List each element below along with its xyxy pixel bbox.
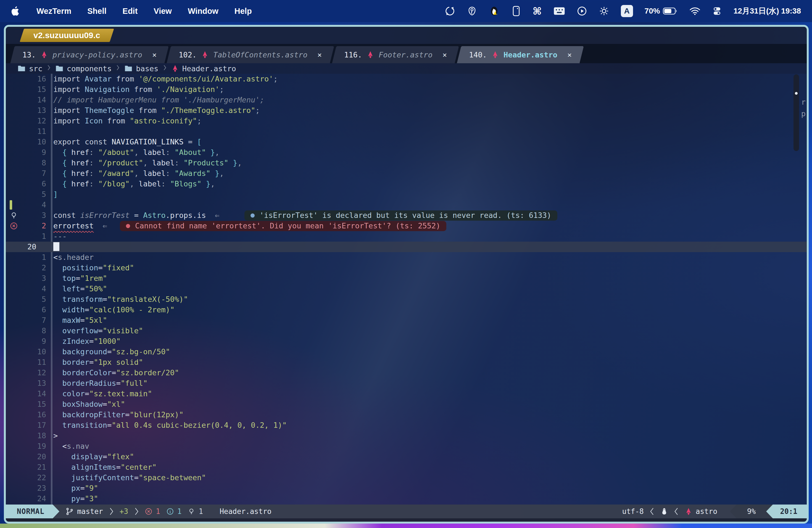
diagnostic-error-message: Cannot find name 'errortest'. Did you me…: [120, 221, 446, 231]
editor-buffer[interactable]: 16import Avatar from '@/components/ui/Av…: [6, 74, 807, 504]
macos-menubar: WezTermShellEditViewWindowHelp ⌘ A 70%: [0, 0, 812, 22]
control-center-icon[interactable]: [712, 6, 722, 16]
tab-close-icon[interactable]: ×: [567, 50, 572, 59]
apple-logo-icon[interactable]: [11, 5, 20, 17]
code-line: 6 width="calc(100% - 2rem)": [6, 305, 807, 315]
lightbulb-icon: [188, 508, 195, 515]
line-number: 12: [23, 116, 46, 126]
code-line: 13 borderRadius="full": [6, 378, 807, 388]
penguin-alert-icon[interactable]: [489, 5, 500, 17]
scroll-progress: 9%: [737, 504, 766, 518]
device-icon[interactable]: [511, 5, 521, 17]
code-line: 4 left="50%": [6, 283, 807, 294]
line-number: 18: [23, 430, 46, 441]
line-number: 17: [23, 420, 46, 430]
line-number: 8: [23, 158, 46, 168]
line-number: 5: [23, 189, 46, 200]
code-line: 4: [6, 200, 807, 210]
line-number: 6: [23, 179, 46, 189]
code-line: 16 backdropFilter="blur(12px)": [6, 410, 807, 420]
code-line: 20 display="flex": [6, 452, 807, 462]
code-line: 19 <s.nav: [6, 441, 807, 452]
tab-close-icon[interactable]: ×: [443, 50, 447, 59]
tab-privacy-policy.astro[interactable]: 13.privacy-policy.astro×: [10, 46, 169, 63]
code-line: 12 borderColor="sz.border/20": [6, 368, 807, 378]
code-line: 11: [6, 126, 807, 137]
sync-icon[interactable]: [445, 6, 455, 16]
scrollbar-thumb[interactable]: [794, 74, 799, 151]
code-line: 8 { href: "/product", label: "Products" …: [6, 158, 807, 168]
battery-indicator[interactable]: 70%: [644, 6, 678, 15]
branch-icon: [66, 507, 74, 516]
tab-Header.astro[interactable]: 140.Header.astro×: [457, 46, 584, 63]
assistant-bird-icon[interactable]: [467, 6, 477, 16]
menu-help[interactable]: Help: [234, 6, 252, 16]
code-line: 1---: [6, 231, 807, 241]
statusline: NORMAL master +3 1 1 1 Header.astro: [6, 504, 807, 518]
tab-Footer.astro[interactable]: 116.Footer.astro×: [332, 46, 459, 63]
chevron-right-icon: [109, 507, 114, 516]
cursor-position: 20:1: [773, 504, 807, 518]
breadcrumb-src[interactable]: src: [17, 64, 43, 73]
tab-bar: 13.privacy-policy.astro×102.TableOfConte…: [6, 44, 807, 63]
menu-window[interactable]: Window: [188, 6, 218, 16]
line-number: 22: [23, 472, 46, 483]
code-line: 10 background="sz.bg-on/50": [6, 347, 807, 357]
code-line: 20: [6, 241, 807, 252]
code-line: 5 transform="translateX(-50%)": [6, 294, 807, 305]
error-sign-icon: [10, 222, 18, 230]
code-line: 16import Avatar from '@/components/ui/Av…: [6, 74, 807, 84]
menubar-clock[interactable]: 12月31日(水) 19:38: [734, 6, 801, 16]
code-line: 8 overflow="visible": [6, 326, 807, 336]
input-source-badge[interactable]: A: [621, 5, 633, 17]
code-line: 15 boxShadow="xl": [6, 399, 807, 410]
menu-wezterm[interactable]: WezTerm: [37, 6, 71, 16]
line-number: 12: [23, 368, 46, 378]
gear-icon[interactable]: [599, 6, 609, 16]
line-number: 14: [23, 95, 46, 105]
line-number: 10: [23, 137, 46, 147]
tab-close-icon[interactable]: ×: [318, 50, 322, 59]
wifi-icon[interactable]: [690, 6, 700, 15]
text-cursor: [53, 242, 59, 251]
breadcrumb-bases[interactable]: bases: [124, 64, 158, 73]
menu-edit[interactable]: Edit: [122, 6, 138, 16]
command-line[interactable]: [6, 518, 807, 522]
git-added-count: +3: [120, 507, 128, 516]
lightbulb-sign-icon: [10, 211, 18, 220]
line-number: 10: [23, 347, 46, 357]
menu-shell[interactable]: Shell: [87, 6, 106, 16]
wallpaper-bottom-strip: [0, 524, 812, 528]
tab-close-icon[interactable]: ×: [152, 50, 157, 59]
line-number: 11: [23, 357, 46, 368]
battery-percent: 70%: [644, 6, 660, 15]
line-number: 20: [23, 241, 46, 252]
powerline-separator: [730, 504, 737, 518]
line-number: 8: [23, 326, 46, 336]
code-line: 2 position="fixed": [6, 263, 807, 273]
astro-icon: [40, 50, 48, 59]
line-number: 13: [23, 378, 46, 388]
command-icon[interactable]: ⌘: [533, 5, 541, 17]
breadcrumb-components[interactable]: components: [55, 64, 112, 73]
code-line: 18>: [6, 430, 807, 441]
scrollbar-mark-dot: [795, 92, 798, 95]
chevron-right-icon: [116, 64, 120, 71]
line-number: 4: [23, 200, 46, 210]
info-icon: [166, 508, 174, 515]
line-number: 16: [23, 74, 46, 84]
breadcrumb-Header.astro[interactable]: Header.astro: [171, 64, 236, 73]
line-number: 3: [23, 210, 46, 221]
code-line: 23 px="9": [6, 483, 807, 494]
chevron-left-icon: [674, 507, 679, 516]
play-icon[interactable]: [577, 6, 587, 16]
line-number: 20: [23, 452, 46, 462]
keyboard-icon[interactable]: [553, 6, 565, 16]
code-line: 11 border="1px solid": [6, 357, 807, 368]
folder-icon: [124, 65, 133, 72]
line-number: 7: [23, 168, 46, 179]
tab-TableOfContents.astro[interactable]: 102.TableOfContents.astro×: [166, 46, 334, 63]
menubar-items: WezTermShellEditViewWindowHelp: [11, 5, 252, 17]
menu-view[interactable]: View: [154, 6, 172, 16]
line-number: 5: [23, 294, 46, 305]
